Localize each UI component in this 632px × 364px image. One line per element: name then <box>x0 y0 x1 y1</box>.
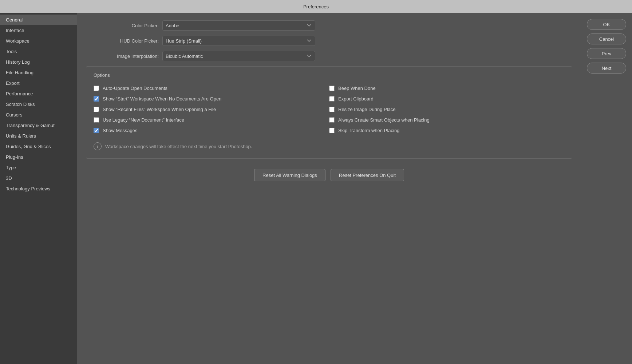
color-picker-select[interactable]: AdobeWindowsApple <box>162 20 315 31</box>
checkbox-export-clipboard[interactable] <box>329 96 335 102</box>
image-interpolation-label: Image Interpolation: <box>86 54 159 59</box>
hud-color-picker-select[interactable]: Hue Strip (Small)Hue Strip (Medium)Hue S… <box>162 36 315 46</box>
checkbox-row-export-clipboard: Export Clipboard <box>329 94 565 104</box>
hud-color-picker-label: HUD Color Picker: <box>86 38 159 44</box>
checkbox-row-always-create-smart-objects: Always Create Smart Objects when Placing <box>329 115 565 125</box>
checkbox-resize-image-during-place[interactable] <box>329 107 335 112</box>
checkbox-label-show-start-workspace: Show “Start” Workspace When No Documents… <box>103 96 221 102</box>
info-text: Workspace changes will take effect the n… <box>105 144 252 149</box>
title-bar: Preferences <box>0 0 632 13</box>
checkbox-row-use-legacy-new-document: Use Legacy “New Document” Interface <box>94 115 329 125</box>
reset-warning-dialogs-button[interactable]: Reset All Warning Dialogs <box>254 169 325 181</box>
checkbox-label-skip-transform: Skip Transform when Placing <box>338 128 399 133</box>
sidebar-item-units-rulers[interactable]: Units & Rulers <box>0 131 77 141</box>
color-picker-label: Color Picker: <box>86 23 159 28</box>
right-buttons-panel: OK Cancel Prev Next <box>581 13 632 364</box>
sidebar-item-tools[interactable]: Tools <box>0 46 77 57</box>
checkbox-auto-update[interactable] <box>94 86 99 91</box>
hud-color-picker-row: HUD Color Picker: Hue Strip (Small)Hue S… <box>86 36 572 46</box>
checkbox-label-use-legacy-new-document: Use Legacy “New Document” Interface <box>103 117 184 123</box>
info-row: i Workspace changes will take effect the… <box>94 140 565 153</box>
options-title: Options <box>94 72 565 78</box>
sidebar-item-interface[interactable]: Interface <box>0 25 77 36</box>
bottom-buttons: Reset All Warning Dialogs Reset Preferen… <box>86 169 572 181</box>
checkbox-label-auto-update: Auto-Update Open Documents <box>103 86 167 91</box>
sidebar-item-performance[interactable]: Performance <box>0 88 77 99</box>
checkbox-beep-when-done[interactable] <box>329 86 335 91</box>
checkbox-show-recent-files[interactable] <box>94 107 99 112</box>
checkbox-show-messages[interactable] <box>94 128 99 133</box>
checkbox-row-auto-update: Auto-Update Open Documents <box>94 83 329 94</box>
sidebar-item-file-handling[interactable]: File Handling <box>0 67 77 78</box>
dialog-title: Preferences <box>303 4 329 9</box>
ok-button[interactable]: OK <box>587 19 626 30</box>
checkbox-row-show-messages: Show Messages <box>94 125 329 136</box>
options-box: Options Auto-Update Open DocumentsBeep W… <box>86 66 572 159</box>
checkbox-always-create-smart-objects[interactable] <box>329 117 335 123</box>
sidebar-item-scratch-disks[interactable]: Scratch Disks <box>0 99 77 110</box>
sidebar-item-history-log[interactable]: History Log <box>0 57 77 67</box>
info-icon: i <box>94 142 102 150</box>
image-interpolation-row: Image Interpolation: Bicubic AutomaticPr… <box>86 51 572 61</box>
checkbox-show-start-workspace[interactable] <box>94 96 99 102</box>
checkbox-row-resize-image-during-place: Resize Image During Place <box>329 104 565 115</box>
color-picker-row: Color Picker: AdobeWindowsApple <box>86 20 572 31</box>
checkbox-use-legacy-new-document[interactable] <box>94 117 99 123</box>
sidebar-item-3d[interactable]: 3D <box>0 173 77 183</box>
sidebar-item-technology-previews[interactable]: Technology Previews <box>0 183 77 194</box>
next-button[interactable]: Next <box>587 63 626 74</box>
sidebar-item-cursors[interactable]: Cursors <box>0 110 77 120</box>
image-interpolation-select[interactable]: Bicubic AutomaticPreserve DetailsBicubic… <box>162 51 315 61</box>
checkbox-row-show-start-workspace: Show “Start” Workspace When No Documents… <box>94 94 329 104</box>
checkbox-label-beep-when-done: Beep When Done <box>338 86 376 91</box>
checkbox-row-skip-transform: Skip Transform when Placing <box>329 125 565 136</box>
reset-preferences-on-quit-button[interactable]: Reset Preferences On Quit <box>331 169 404 181</box>
prev-button[interactable]: Prev <box>587 48 626 59</box>
main-container: GeneralInterfaceWorkspaceToolsHistory Lo… <box>0 13 632 364</box>
cancel-button[interactable]: Cancel <box>587 33 626 44</box>
checkbox-label-always-create-smart-objects: Always Create Smart Objects when Placing <box>338 117 430 123</box>
checkbox-row-beep-when-done: Beep When Done <box>329 83 565 94</box>
options-grid: Auto-Update Open DocumentsBeep When Done… <box>94 83 565 136</box>
checkbox-label-export-clipboard: Export Clipboard <box>338 96 374 102</box>
content-area: Color Picker: AdobeWindowsApple HUD Colo… <box>77 13 581 364</box>
sidebar-item-guides-grid-slices[interactable]: Guides, Grid & Slices <box>0 141 77 152</box>
sidebar-item-transparency-gamut[interactable]: Transparency & Gamut <box>0 120 77 131</box>
checkbox-label-show-messages: Show Messages <box>103 128 137 133</box>
sidebar-item-workspace[interactable]: Workspace <box>0 36 77 46</box>
sidebar-item-general[interactable]: General <box>0 15 77 25</box>
sidebar: GeneralInterfaceWorkspaceToolsHistory Lo… <box>0 13 77 364</box>
sidebar-item-plug-ins[interactable]: Plug-Ins <box>0 152 77 162</box>
checkbox-label-resize-image-during-place: Resize Image During Place <box>338 107 396 112</box>
checkbox-label-show-recent-files: Show “Recent Files” Workspace When Openi… <box>103 107 216 112</box>
checkbox-skip-transform[interactable] <box>329 128 335 133</box>
checkbox-row-show-recent-files: Show “Recent Files” Workspace When Openi… <box>94 104 329 115</box>
sidebar-item-export[interactable]: Export <box>0 78 77 88</box>
sidebar-item-type[interactable]: Type <box>0 162 77 173</box>
